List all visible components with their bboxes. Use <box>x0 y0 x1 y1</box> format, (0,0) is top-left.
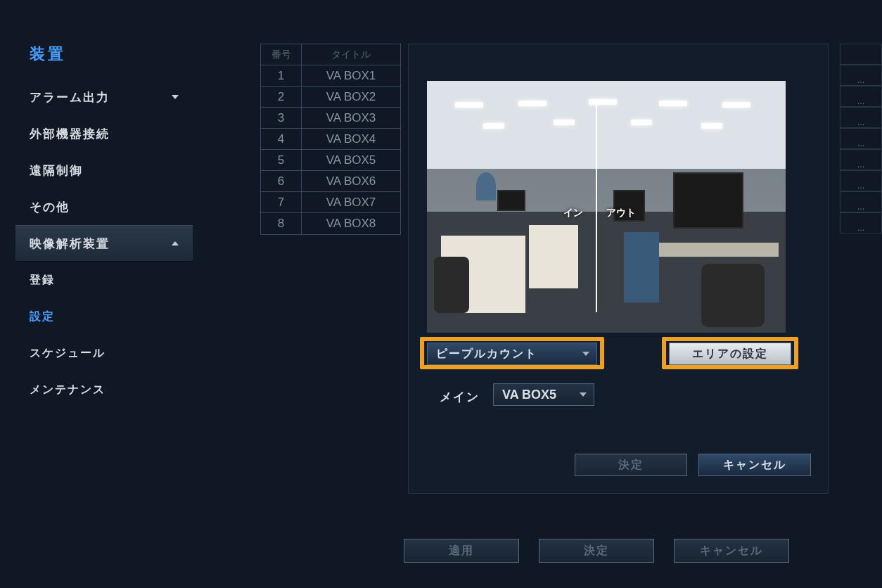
person-shape <box>476 172 496 200</box>
sidebar-item-register[interactable]: 登録 <box>15 262 193 298</box>
table-cell-num: 5 <box>261 150 302 170</box>
sidebar-item-label: スケジュール <box>30 346 106 361</box>
table-row[interactable]: 1 VA BOX1 <box>261 65 400 87</box>
counting-line[interactable] <box>596 101 597 313</box>
sidebar-item-remote-control[interactable]: 遠隔制御 <box>15 152 193 188</box>
table-row[interactable]: 6 VA BOX6 <box>261 171 400 192</box>
sidebar-item-label: 外部機器接続 <box>30 126 110 142</box>
right-cell: ... <box>840 107 882 128</box>
light-icon <box>518 101 547 106</box>
right-cell: ... <box>840 212 882 234</box>
modal-cancel-button[interactable]: キャンセル <box>698 454 811 476</box>
light-icon <box>701 123 722 129</box>
table-cell-title: VA BOX5 <box>302 150 400 170</box>
right-column: ... ... ... ... ... ... ... ... <box>840 44 882 234</box>
table-cell-num: 6 <box>261 171 302 191</box>
light-icon <box>483 123 504 129</box>
light-icon <box>659 101 687 106</box>
table-row[interactable]: 7 VA BOX7 <box>261 192 400 213</box>
sidebar-item-label: メンテナンス <box>30 383 106 397</box>
cabinet-shape <box>624 232 659 302</box>
sidebar-item-schedule[interactable]: スケジュール <box>15 335 193 371</box>
monitor-shape <box>497 190 525 211</box>
sidebar-item-label: 遠隔制御 <box>30 162 83 179</box>
footer-ok-button: 決定 <box>539 539 654 563</box>
table-cell-title: VA BOX2 <box>302 87 400 107</box>
sidebar-item-label: 設定 <box>30 309 55 324</box>
sidebar-item-settings[interactable]: 設定 <box>15 298 193 335</box>
table-cell-title: VA BOX3 <box>302 108 400 128</box>
right-cell: ... <box>840 149 882 170</box>
table-cell-num: 7 <box>261 192 302 212</box>
area-settings-button[interactable]: エリアの設定 <box>669 343 791 365</box>
table-cell-title: VA BOX4 <box>302 129 400 149</box>
mode-dropdown-label: ピープルカウント <box>436 347 537 362</box>
settings-modal: イン アウト ピープルカウント エリアの設定 メイン VA BOX5 決定 キャ… <box>408 44 829 494</box>
right-cell: ... <box>840 65 882 86</box>
sidebar-item-video-analysis[interactable]: 映像解析装置 <box>15 225 193 262</box>
camera-preview[interactable]: イン アウト <box>427 81 786 333</box>
sidebar-title: 装置 <box>15 35 193 79</box>
right-cell: ... <box>840 191 882 212</box>
chevron-down-icon <box>172 95 179 99</box>
footer-cancel-button: キャンセル <box>674 539 789 563</box>
monitor-shape <box>673 172 743 229</box>
apply-label: 適用 <box>449 544 474 558</box>
main-dropdown-value: VA BOX5 <box>502 388 556 402</box>
footer-cancel-label: キャンセル <box>700 544 763 558</box>
modal-ok-button: 決定 <box>575 454 687 476</box>
right-cell <box>840 44 882 65</box>
chevron-down-icon <box>580 392 587 397</box>
modal-cancel-label: キャンセル <box>723 458 786 473</box>
footer-bar: 適用 決定 キャンセル <box>0 539 882 573</box>
table-cell-title: VA BOX6 <box>302 171 400 191</box>
table-cell-title: VA BOX1 <box>302 65 400 86</box>
preview-ceiling <box>427 81 786 169</box>
light-icon <box>589 99 617 105</box>
table-cell-num: 1 <box>261 65 302 86</box>
table-row[interactable]: 8 VA BOX8 <box>261 213 400 234</box>
sidebar-item-other[interactable]: その他 <box>15 188 193 225</box>
table-row[interactable]: 3 VA BOX3 <box>261 108 400 129</box>
in-label: イン <box>563 207 583 219</box>
main-dropdown[interactable]: VA BOX5 <box>493 383 594 406</box>
footer-ok-label: 決定 <box>584 544 609 558</box>
apply-button: 適用 <box>404 539 519 563</box>
table-cell-num: 8 <box>261 213 302 234</box>
sidebar-item-alarm-output[interactable]: アラーム出力 <box>15 79 193 115</box>
device-table: 番号 タイトル 1 VA BOX1 2 VA BOX2 3 VA BOX3 4 … <box>260 44 401 235</box>
table-cell-num: 2 <box>261 87 302 107</box>
table-cell-num: 4 <box>261 129 302 149</box>
sidebar-item-maintenance[interactable]: メンテナンス <box>15 371 193 408</box>
table-cell-title: VA BOX8 <box>302 213 400 234</box>
table-cell-title: VA BOX7 <box>302 192 400 212</box>
chair-shape <box>434 257 469 313</box>
right-cell: ... <box>840 128 882 149</box>
light-icon <box>722 102 750 108</box>
light-icon <box>631 120 652 125</box>
table-header-title: タイトル <box>302 44 400 65</box>
sidebar-item-external-device[interactable]: 外部機器接続 <box>15 115 193 152</box>
table-header: 番号 タイトル <box>261 44 400 65</box>
sidebar: 装置 アラーム出力 外部機器接続 遠隔制御 その他 映像解析装置 登録 設定 ス… <box>15 35 193 408</box>
desk-shape <box>652 243 779 257</box>
main-label: メイン <box>440 389 480 405</box>
cabinet-shape <box>529 225 578 288</box>
table-header-num: 番号 <box>261 44 302 65</box>
mode-dropdown[interactable]: ピープルカウント <box>427 343 597 365</box>
sidebar-item-label: 映像解析装置 <box>30 236 110 252</box>
table-row[interactable]: 2 VA BOX2 <box>261 87 400 108</box>
chevron-down-icon <box>582 352 589 356</box>
table-cell-num: 3 <box>261 108 302 128</box>
light-icon <box>554 120 575 125</box>
out-label: アウト <box>606 207 636 219</box>
area-settings-label: エリアの設定 <box>692 347 768 362</box>
right-cell: ... <box>840 86 882 107</box>
chevron-up-icon <box>172 241 179 245</box>
chair-shape <box>701 264 765 327</box>
table-row[interactable]: 5 VA BOX5 <box>261 150 400 171</box>
light-icon <box>455 102 483 108</box>
table-row[interactable]: 4 VA BOX4 <box>261 129 400 150</box>
sidebar-item-label: アラーム出力 <box>30 89 110 106</box>
sidebar-item-label: 登録 <box>30 273 55 288</box>
